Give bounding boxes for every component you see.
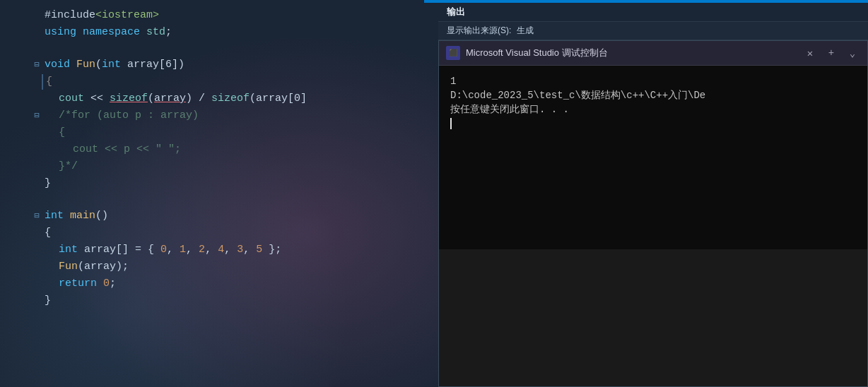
code-line-3 xyxy=(0,41,438,56)
top-blue-bar xyxy=(424,0,868,3)
code-text-6: cout << sizeof(array) / sizeof(array[0] xyxy=(42,91,438,107)
code-text-8: { xyxy=(42,125,438,141)
output-header: 输出 xyxy=(438,3,868,22)
terminal-dropdown-btn[interactable]: ⌄ xyxy=(845,45,860,61)
code-text-5: { xyxy=(42,74,438,90)
code-text-11: } xyxy=(42,176,438,191)
show-source-value: 生成 xyxy=(517,25,534,37)
code-line-10: }*/ xyxy=(0,158,438,175)
code-text-7: /*for (auto p : array) xyxy=(42,108,438,124)
code-text-9: cout << p << " "; xyxy=(42,142,438,157)
code-text-14: { xyxy=(42,225,438,241)
code-line-13: ⊟ int main() xyxy=(0,208,438,225)
code-line-14: { xyxy=(0,225,438,242)
terminal-titlebar: ⬛ Microsoft Visual Studio 调试控制台 ✕ + ⌄ xyxy=(439,41,867,66)
fold-7[interactable]: ⊟ xyxy=(32,108,42,124)
main-container: #include<iostream> using namespace std; … xyxy=(0,0,868,387)
code-line-7: ⊟ /*for (auto p : array) xyxy=(0,107,438,124)
code-text-15: int array[] = { 0, 1, 2, 4, 3, 5 }; xyxy=(42,242,438,258)
code-text-18: } xyxy=(42,293,438,309)
code-content: #include<iostream> using namespace std; … xyxy=(0,0,438,316)
show-source-label: 显示输出来源(S): xyxy=(447,25,511,37)
terminal-add-btn[interactable]: + xyxy=(823,45,839,61)
show-source-bar: 显示输出来源(S): 生成 xyxy=(438,22,868,40)
code-text-2: using namespace std; xyxy=(42,25,438,40)
fold-13[interactable]: ⊟ xyxy=(32,208,42,224)
code-text-1: #include<iostream> xyxy=(42,8,438,23)
output-panel: 输出 显示输出来源(S): 生成 ⬛ Microsoft Visual Stud… xyxy=(438,0,868,387)
terminal-line-3: 按任意键关闭此窗口. . . xyxy=(450,102,856,117)
code-line-8: { xyxy=(0,124,438,141)
code-text-4: void Fun(int array[6]) xyxy=(42,57,438,73)
output-title: 输出 xyxy=(447,6,465,18)
terminal-line-1: 1 xyxy=(450,74,856,88)
code-line-16: Fun(array); xyxy=(0,258,438,275)
terminal-body: 1 D:\code_2023_5\test_c\数据结构\c++\C++入门\D… xyxy=(439,66,867,249)
code-line-2: using namespace std; xyxy=(0,24,438,41)
terminal-line-2: D:\code_2023_5\test_c\数据结构\c++\C++入门\De xyxy=(450,88,856,102)
code-text-17: return 0; xyxy=(42,276,438,292)
code-line-5: { xyxy=(0,73,438,90)
terminal-dialog: ⬛ Microsoft Visual Studio 调试控制台 ✕ + ⌄ 1 … xyxy=(438,40,868,387)
fold-4[interactable]: ⊟ xyxy=(32,57,42,73)
code-line-18: } xyxy=(0,292,438,309)
code-text-13: int main() xyxy=(42,208,438,224)
code-line-11: } xyxy=(0,175,438,192)
terminal-close-btn[interactable]: ✕ xyxy=(802,45,818,61)
code-line-1: #include<iostream> xyxy=(0,7,438,24)
code-text-10: }*/ xyxy=(42,159,438,174)
code-line-17: return 0; xyxy=(0,275,438,292)
terminal-title-text: Microsoft Visual Studio 调试控制台 xyxy=(466,47,797,59)
code-line-9: cout << p << " "; xyxy=(0,141,438,158)
code-editor: #include<iostream> using namespace std; … xyxy=(0,0,438,387)
code-line-12 xyxy=(0,192,438,208)
code-line-15: int array[] = { 0, 1, 2, 4, 3, 5 }; xyxy=(0,242,438,258)
terminal-cursor-line xyxy=(450,117,856,131)
terminal-icon: ⬛ xyxy=(446,46,460,60)
code-text-16: Fun(array); xyxy=(42,259,438,275)
code-line-4: ⊟ void Fun(int array[6]) xyxy=(0,56,438,73)
terminal-cursor xyxy=(450,118,452,129)
terminal-icon-text: ⬛ xyxy=(449,49,457,57)
code-line-6: cout << sizeof(array) / sizeof(array[0] xyxy=(0,90,438,107)
